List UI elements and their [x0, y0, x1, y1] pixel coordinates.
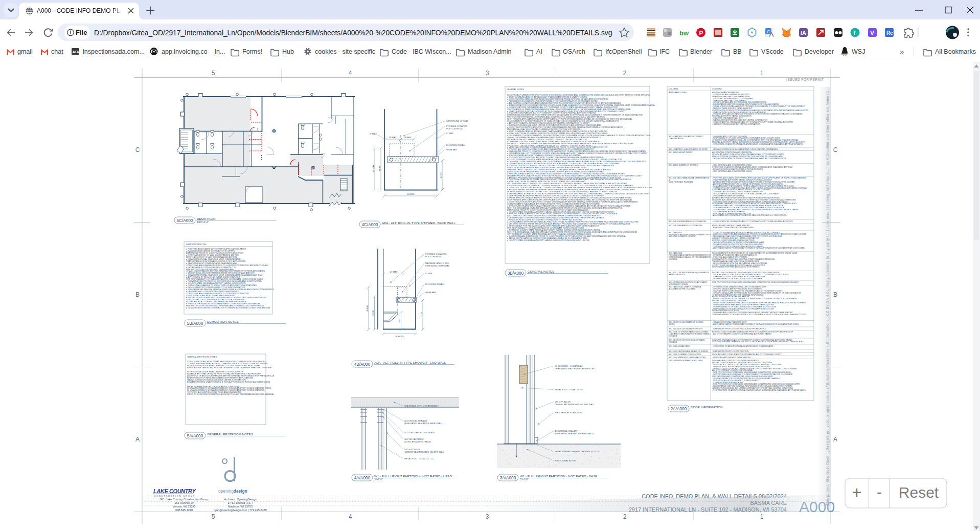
svg-text:COLUMN1: COLUMN1: [669, 88, 678, 90]
svg-text:17 S Fairchild | FL 7: 17 S Fairchild | FL 7: [227, 501, 253, 504]
svg-text:WALL BASE AS SCHEDULED: WALL BASE AS SCHEDULED: [555, 411, 583, 414]
svg-text:EXTENDING OVER SEAT: EXTENDING OVER SEAT: [425, 264, 450, 267]
svg-text:Reset: Reset: [899, 484, 939, 501]
svg-text:● COUNTY STATE FEDERAL AUTHORI: ● COUNTY STATE FEDERAL AUTHORITY HAVING …: [507, 239, 589, 241]
svg-text:GENERAL RESTROOM NOTES: GENERAL RESTROOM NOTES: [187, 356, 217, 358]
svg-text:- JURISDICTION INCLUDES BUT LI: - JURISDICTION INCLUDES BUT LIMITED CONT…: [712, 123, 760, 125]
svg-text:BLOCKING IN WALL: BLOCKING IN WALL: [446, 144, 466, 146]
svg-text:SIZING: SIZING: [669, 323, 675, 325]
svg-text:FOR CONTROLS: FOR CONTROLS: [446, 127, 463, 130]
svg-text:506.3 FRONTAGE INCREASE: 506.3 FRONTAGE INCREASE: [669, 181, 693, 183]
svg-text:4B/A000: 4B/A000: [354, 362, 371, 367]
svg-text:W1 - FULL HEIGHT PARTITION - N: W1 - FULL HEIGHT PARTITION - NOT RATED -…: [374, 474, 452, 478]
svg-text:60 MIN: 60 MIN: [407, 193, 415, 195]
svg-text:3B/A000: 3B/A000: [508, 271, 524, 276]
svg-text:GRAB BARS, WALL HUNG CABINETS,: GRAB BARS, WALL HUNG CABINETS, ETC: [555, 367, 596, 370]
svg-text:SPRINKLER SYSTEMS:: SPRINKLER SYSTEMS:: [669, 283, 689, 285]
svg-text:BLOCKING IN WALL: BLOCKING IN WALL: [425, 283, 445, 285]
svg-text:openingdesign: openingdesign: [218, 489, 247, 494]
svg-text:(DON'T ATTACH TO TRACK): (DON'T ATTACH TO TRACK): [404, 440, 431, 443]
svg-text:ADA - ALT. ROLL-IN-TYPE SHOWER: ADA - ALT. ROLL-IN-TYPE SHOWER - BACK WA…: [382, 221, 456, 225]
svg-text:5B/A000: 5B/A000: [187, 321, 203, 326]
svg-text:IA: IA: [801, 30, 806, 36]
svg-text:- BUILD DELIVERY METHOD THESE: - BUILD DELIVERY METHOD THESE SPECIFIC: [712, 357, 751, 359]
svg-text:ADA - ALT. ROLL-IN-TYPE SHOWER: ADA - ALT. ROLL-IN-TYPE SHOWER - END WAL…: [374, 361, 446, 364]
svg-text:DEMOLITION NOTES: DEMOLITION NOTES: [207, 320, 239, 323]
svg-text:33-36: 33-36: [372, 310, 374, 316]
svg-text:608.845.1298: 608.845.1298: [175, 508, 193, 512]
svg-text:STRUCTURAL FLOOR: STRUCTURAL FLOOR: [555, 459, 576, 462]
svg-text:- NOT AUTHORIZED BY IN SUCH AN: - NOT AUTHORIZED BY IN SUCH AN EVENT COD…: [712, 148, 778, 150]
svg-text:- DIMENSIONS PRIOR TO CONSTRUC: - DIMENSIONS PRIOR TO CONSTRUCTION NOTIF…: [712, 328, 767, 330]
svg-text:6" MAX: 6" MAX: [425, 272, 432, 275]
svg-text:CONSTRUCTION GROUP: CONSTRUCTION GROUP: [154, 495, 195, 497]
svg-text:29021 MINIMUM NUMBER OF FIXTUR: 29021 MINIMUM NUMBER OF FIXTURES: [669, 360, 703, 362]
svg-text:METAL STUD - 20 GA - 24" O.C.: METAL STUD - 20 GA - 24" O.C.: [555, 388, 584, 391]
svg-text:DEMOLITION NOTES: DEMOLITION NOTES: [186, 243, 207, 246]
svg-text:27 MAX: 27 MAX: [390, 271, 398, 273]
svg-text:ISSUED FOR PERMIT: ISSUED FOR PERMIT: [786, 78, 824, 81]
svg-text:G: G: [767, 29, 770, 34]
svg-text:This project, like most Openin: This project, like most OpeningDesign's …: [826, 90, 830, 505]
svg-text:- ALL CITY TOWNSHIP COUNTY STA: - ALL CITY TOWNSHIP COUNTY STATE FEDERAL…: [712, 333, 771, 335]
svg-text:(FIRE RATED SEALANT IF RATED W: (FIRE RATED SEALANT IF RATED WALL): [404, 422, 444, 425]
svg-text:CEMENT BACKERBOARD ON WET WALL: CEMENT BACKERBOARD ON WET WALL: [555, 403, 595, 406]
svg-text:- ASSOCIATED WITH PERMITS APPL: - ASSOCIATED WITH PERMITS APPLICATIONS T…: [712, 214, 787, 216]
svg-text:6" MAX: 6" MAX: [370, 132, 377, 135]
svg-text:C: C: [135, 146, 140, 153]
svg-text:2: 2: [623, 513, 627, 520]
svg-text:- STRUCTURE OR ARCHITECTURAL F: - STRUCTURE OR ARCHITECTURAL FEATURES MU…: [712, 345, 773, 347]
svg-text:18 MAX: 18 MAX: [389, 136, 397, 139]
svg-text:DISTANCE: DISTANCE: [669, 258, 678, 260]
svg-text:IBC - SECTION 1006 NUMBER OF E: IBC - SECTION 1006 NUMBER OF EXITS: [669, 328, 703, 330]
svg-text:APPLICABLE CODES: APPLICABLE CODES: [669, 92, 687, 94]
svg-text:GC: Lake Country Construction: GC: Lake Country Construction Group: [160, 498, 209, 501]
svg-text:GENERAL NOTES: GENERAL NOTES: [528, 270, 554, 273]
svg-text:BUILDING ELEMENTS (HOURS): BUILDING ELEMENTS (HOURS): [669, 235, 695, 237]
svg-text:3: 3: [486, 70, 489, 77]
svg-text:- AN EVENT CODES STATUTES ORDI: - AN EVENT CODES STATUTES ORDINANCES ALL: [712, 227, 755, 229]
svg-text:METAL RUNNER CHANNEL: FASTEN @: METAL RUNNER CHANNEL: FASTEN @ 24" O.C.: [555, 450, 601, 453]
svg-text:UNDERSIDE OF FLOOR ASSEMBLY: UNDERSIDE OF FLOOR ASSEMBLY: [404, 405, 439, 407]
svg-text:DISTANCE: DISTANCE: [669, 341, 678, 343]
svg-text:DEMO PLAN: DEMO PLAN: [197, 217, 215, 220]
svg-text:1/16"=1'-0": 1/16"=1'-0": [197, 221, 209, 224]
svg-text:GENERAL NOTES: GENERAL NOTES: [507, 88, 524, 91]
svg-text:2A/A000: 2A/A000: [671, 407, 687, 411]
svg-text:2: 2: [623, 70, 627, 77]
svg-text:ryan@openingdesign.com | 773.4: ryan@openingdesign.com | 773.425.6456: [214, 508, 267, 512]
svg-text:SUCH AN EVENT CODES STATUTES O: SUCH AN EVENT CODES STATUTES ORDINANCES …: [712, 353, 782, 356]
svg-text:4A/A000: 4A/A000: [354, 476, 371, 480]
svg-text:IBC - 1009.1 ACCESSIBLE MEANS: IBC - 1009.1 ACCESSIBLE MEANS OF EGRESS: [669, 350, 709, 352]
svg-text:- STRUCTURE OR ARCHITECTURAL F: - STRUCTURE OR ARCHITECTURAL FEATURES MU…: [712, 143, 803, 145]
svg-text:IBC - 508.3 NONSEPARATED OCCUP: IBC - 508.3 NONSEPARATED OCCUPANCIES:: [669, 220, 707, 223]
svg-text:IBC - 506.2 ALLOWABLE AREA DET: IBC - 506.2 ALLOWABLE AREA DETERMINATION: [669, 177, 710, 179]
svg-text:CLASSIFICATION.: CLASSIFICATION.: [669, 138, 684, 140]
svg-text:3A/A000: 3A/A000: [500, 476, 516, 480]
svg-text:Verona, WI 53593: Verona, WI 53593: [173, 505, 196, 508]
svg-text:PRIOR TO CONSTRUCTION NOTIFY A: PRIOR TO CONSTRUCTION NOTIFY ARCHITECT O…: [187, 393, 274, 395]
svg-text:- TO STRUCTURE OR ARCHITECTURA: - TO STRUCTURE OR ARCHITECTURAL FEATURES…: [712, 389, 806, 391]
svg-text:CEMENT BACKERBOARD ON WET WALL: CEMENT BACKERBOARD ON WET WALL: [404, 451, 444, 453]
svg-text:17-19: 17-19: [440, 172, 442, 178]
svg-text:IT IS RESPONSIBILITY OF SUBCON: IT IS RESPONSIBILITY OF SUBCONTRACTOR CO…: [712, 314, 807, 316]
svg-text:● INCLUDES BUT LIMITED CONTRAC: ● INCLUDES BUT LIMITED CONTRACTOR TO VER…: [186, 307, 270, 309]
svg-text:GRAB BAR: GRAB BAR: [425, 291, 436, 294]
svg-text:IBC - 1020.4 DEAD ENDS: IBC - 1020.4 DEAD ENDS: [669, 345, 690, 347]
svg-text:- DIMENSIONS PRIOR TO CONSTRUC: - DIMENSIONS PRIOR TO CONSTRUCTION: [712, 350, 749, 352]
svg-text:3"=1'-0": 3"=1'-0": [374, 478, 383, 481]
svg-text:W1 - FULL HEIGHT PARTITION - N: W1 - FULL HEIGHT PARTITION - NOT RATED -…: [520, 474, 598, 478]
svg-text:4C/A000: 4C/A000: [362, 223, 378, 227]
svg-text:IBC - BLDG HEIGHT IN FEET: IBC - BLDG HEIGHT IN FEET: [669, 151, 693, 153]
svg-text:COLUMN2: COLUMN2: [712, 88, 722, 90]
svg-text:FOR CONTROLS: FOR CONTROLS: [425, 255, 442, 258]
svg-text:- CODES STATUTES ORDINANCES AL: - CODES STATUTES ORDINANCES ALL CITY TOW…: [712, 220, 793, 223]
svg-text:CENTERLINE OF SEAT: CENTERLINE OF SEAT: [446, 120, 469, 122]
svg-text:Re: Re: [886, 30, 893, 36]
svg-text:GRAB BAR: GRAB BAR: [446, 148, 457, 151]
svg-text:CODE INFORMATION: CODE INFORMATION: [691, 405, 722, 409]
svg-text:4: 4: [349, 513, 352, 520]
svg-text:GENERAL RESTROOM NOTES: GENERAL RESTROOM NOTES: [207, 432, 253, 436]
svg-text:P: P: [699, 30, 703, 37]
svg-text:Madison, WI 53703: Madison, WI 53703: [228, 505, 253, 508]
